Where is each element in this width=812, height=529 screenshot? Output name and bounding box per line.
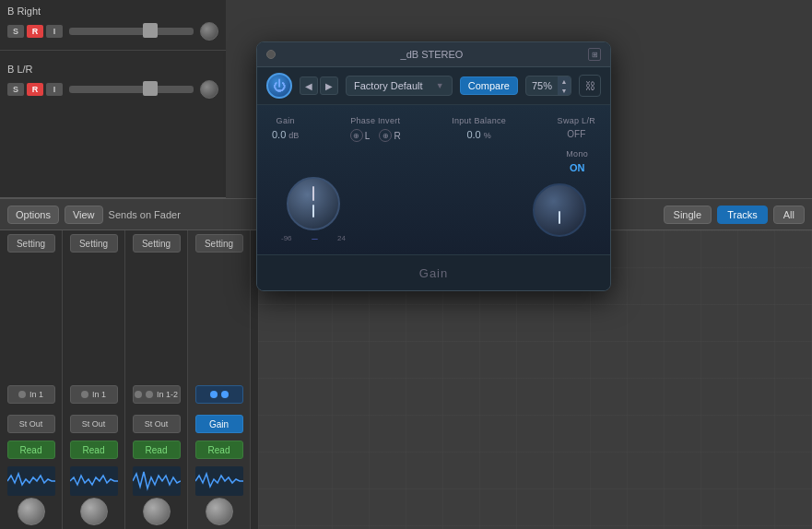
output-btn-1[interactable]: St Out <box>7 415 55 433</box>
plugin-window: _dB STEREO ⊞ ⏻ ◀ ▶ Factory Default ▼ Com… <box>256 41 611 291</box>
channels-bottom: Setting In 1 St Out Read Setting <box>0 230 258 529</box>
phase-buttons: ⊕ L ⊕ R <box>350 129 401 142</box>
fader-blr[interactable] <box>69 86 194 93</box>
prev-preset-button[interactable]: ◀ <box>300 76 318 95</box>
balance-knob[interactable] <box>533 183 586 237</box>
phase-label: Phase Invert <box>350 116 400 125</box>
setting-btn-4[interactable]: Setting <box>195 234 243 253</box>
knobs-row: -96 ─ 24 <box>272 177 595 243</box>
balance-param-group: Input Balance 0.0 % <box>452 116 506 140</box>
fader-thumb-blr[interactable] <box>143 81 158 96</box>
input-btn-b-right[interactable]: I <box>46 25 63 38</box>
read-btn-1[interactable]: Read <box>7 441 55 459</box>
pan-knob-b-right[interactable] <box>200 22 218 41</box>
output-btn-3[interactable]: St Out <box>133 415 181 433</box>
swap-param-group: Swap L/R OFF <box>558 116 595 139</box>
compare-button[interactable]: Compare <box>460 76 518 95</box>
mono-row: Mono ON <box>272 149 595 173</box>
scale-center: ─ <box>292 234 338 243</box>
gain-value: 0.0 dB <box>272 129 299 140</box>
fader-knob-2[interactable] <box>80 498 108 525</box>
io-dot-3a <box>135 391 142 398</box>
sends-label: Sends on Fader <box>109 209 181 220</box>
setting-btn-2[interactable]: Setting <box>70 234 118 253</box>
mono-value[interactable]: ON <box>570 162 585 173</box>
tracks-button[interactable]: Tracks <box>717 206 768 224</box>
plugin-titlebar: _dB STEREO ⊞ <box>257 42 610 67</box>
phase-r-button[interactable]: ⊕ R <box>379 129 400 142</box>
input-btn-blr[interactable]: I <box>46 83 63 96</box>
channel-col-4: Setting Gain Read <box>188 230 251 529</box>
scale-right: 24 <box>337 234 346 243</box>
next-preset-button[interactable]: ▶ <box>320 76 338 95</box>
view-button[interactable]: View <box>65 206 103 224</box>
link-icon: ⛓ <box>585 80 595 91</box>
gain-knob-container: -96 ─ 24 <box>281 177 346 243</box>
zoom-control: 75% ▲ ▼ <box>525 76 571 96</box>
channel-label-b-right: B Right <box>7 6 53 17</box>
io-btn-4[interactable] <box>195 385 243 404</box>
single-button[interactable]: Single <box>664 206 712 224</box>
io-btn-2[interactable]: In 1 <box>70 385 118 404</box>
titlebar-dot[interactable] <box>266 50 276 59</box>
gain-param-group: Gain 0.0 dB <box>272 116 299 140</box>
plugin-title: _dB STEREO <box>276 49 588 60</box>
channel-strip-blr-controls: S R I <box>0 80 226 104</box>
io-dot-2 <box>81 391 88 398</box>
fader-thumb-b-right[interactable] <box>143 23 158 38</box>
gain-btn-4[interactable]: Gain <box>195 415 243 433</box>
link-button[interactable]: ⛓ <box>579 75 601 97</box>
phase-param-group: Phase Invert ⊕ L ⊕ R <box>350 116 401 142</box>
setting-btn-1[interactable]: Setting <box>7 234 55 253</box>
read-btn-4[interactable]: Read <box>195 441 243 459</box>
channel-strip-b-right-controls: S R I <box>0 22 226 46</box>
mono-label: Mono <box>566 149 588 159</box>
plugin-body: Gain 0.0 dB Phase Invert ⊕ L ⊕ R <box>257 105 610 254</box>
read-btn-3[interactable]: Read <box>133 441 181 459</box>
solo-btn-b-right[interactable]: S <box>7 25 24 38</box>
setting-btn-3[interactable]: Setting <box>133 234 181 253</box>
io-btn-1[interactable]: In 1 <box>7 385 55 404</box>
fader-knob-4[interactable] <box>206 498 233 525</box>
nav-arrows: ◀ ▶ <box>300 76 338 95</box>
fader-knob-1[interactable] <box>18 498 45 525</box>
io-dot-3b <box>146 391 153 398</box>
scale-left: -96 <box>281 234 292 243</box>
gain-knob[interactable] <box>287 177 340 230</box>
preset-dropdown[interactable]: Factory Default ▼ <box>346 76 453 96</box>
phase-l-icon: ⊕ <box>350 129 363 142</box>
balance-label: Input Balance <box>452 116 506 125</box>
waveform-3 <box>133 466 181 496</box>
phase-l-button[interactable]: ⊕ L <box>350 129 371 142</box>
footer-label: Gain <box>419 266 448 280</box>
io-btn-3[interactable]: In 1-2 <box>133 385 181 404</box>
swap-value[interactable]: OFF <box>567 129 585 139</box>
all-button[interactable]: All <box>773 206 805 224</box>
options-button[interactable]: Options <box>7 206 59 224</box>
plugin-controls: ⏻ ◀ ▶ Factory Default ▼ Compare 75% ▲ ▼ … <box>257 67 610 105</box>
zoom-value: 75% <box>526 77 558 94</box>
waveform-1 <box>7 466 55 496</box>
record-btn-b-right[interactable]: R <box>27 25 43 38</box>
toolbar-right: Single Tracks All <box>664 206 805 224</box>
expand-button[interactable]: ⊞ <box>588 48 601 61</box>
fader-knob-3[interactable] <box>143 498 171 525</box>
waveform-4 <box>195 466 243 496</box>
fader-b-right[interactable] <box>69 28 194 35</box>
channel-col-3: Setting In 1-2 St Out Read <box>125 230 188 529</box>
balance-knob-container <box>533 183 586 237</box>
output-btn-2[interactable]: St Out <box>70 415 118 433</box>
pan-knob-blr[interactable] <box>200 80 218 99</box>
solo-btn-blr[interactable]: S <box>7 83 24 96</box>
dropdown-chevron-icon: ▼ <box>436 81 444 90</box>
preset-label: Factory Default <box>354 80 423 91</box>
zoom-down-button[interactable]: ▼ <box>558 86 571 95</box>
zoom-up-button[interactable]: ▲ <box>558 76 571 86</box>
io-dot-4a <box>210 391 218 398</box>
params-top-row: Gain 0.0 dB Phase Invert ⊕ L ⊕ R <box>272 116 595 142</box>
channel-col-1: Setting In 1 St Out Read <box>0 230 63 529</box>
record-btn-blr[interactable]: R <box>27 83 43 96</box>
gain-knob-scale: -96 ─ 24 <box>281 234 346 243</box>
power-button[interactable]: ⏻ <box>266 73 292 99</box>
read-btn-2[interactable]: Read <box>70 441 118 459</box>
